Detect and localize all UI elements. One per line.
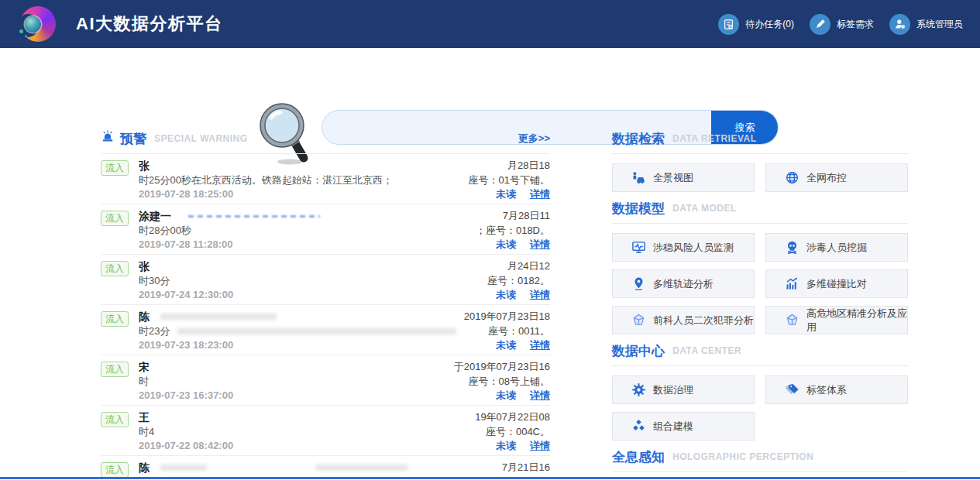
button-recidivism-analysis[interactable]: 前科人员二次犯罪分析 [612,306,755,334]
unread-link[interactable]: 未读 [496,389,516,402]
warning-seat: 座号：004C。 [480,426,550,438]
button-label: 前科人员二次犯罪分析 [653,314,754,327]
warning-text: 时25分00秒在北京西活动。铁路起始站：湛江至北京西； [139,174,393,187]
button-label: 标签体系 [806,383,847,397]
warning-item[interactable]: 流入 张 月24日12 时30分 座号：0182。 2019-07-24 12:… [101,255,550,305]
inflow-badge: 流入 [101,311,129,327]
warning-item[interactable]: 流入 张 月28日18 时25分00秒在北京西活动。铁路起始站：湛江至北京西； … [101,154,550,204]
nav-item-pending-tasks[interactable]: 待办任务(0) [718,14,794,35]
divider [612,223,908,224]
warning-text: 时 [139,375,149,388]
button-network-control[interactable]: 全网布控 [765,163,908,192]
inflow-badge: 流入 [101,211,129,226]
button-tag-system[interactable]: 标签体系 [765,375,908,404]
functions-panel: 数据检索 DATA RETRIEVAL 全景视图 [612,130,908,480]
warning-item[interactable]: 流入 涂建一 7月28日11 时28分00秒 ；座号：018D。 2019-07… [101,204,550,255]
section-subtitle: DATA RETRIEVAL [672,133,908,144]
top-nav: 待办任务(0) 标签需求 [718,14,963,35]
button-label: 涉稳风险人员监测 [653,241,734,255]
warning-text: 时30分 [139,275,170,287]
warning-item[interactable]: 流入 王 19年07月22日08 时4 座号：004C。 2019-07-22 … [101,406,550,456]
button-label: 高危地区精准分析及应用 [806,307,907,334]
divider [612,153,908,154]
warnings-panel: 预警 SPECIAL WARNING 更多>> 流入 张 月28日18 时25分… [101,130,550,480]
unread-link[interactable]: 未读 [496,238,516,251]
inflow-badge: 流入 [101,462,129,478]
inflow-badge: 流入 [101,261,129,276]
detail-link[interactable]: 详情 [530,238,550,251]
warning-item[interactable]: 流入 宋 于2019年07月23日16 时 座号：08号上铺。 2019-07-… [101,355,550,406]
detail-link[interactable]: 详情 [530,339,550,351]
detail-link[interactable]: 详情 [530,289,550,301]
inflow-badge: 流入 [101,412,129,427]
redacted-text [177,328,456,334]
warning-seat: 座号：0011。 [482,325,550,338]
warning-item[interactable]: 流入 陈 2019年07月23日18 时23分 座号：0011。 2019-07… [101,305,550,355]
tag-pen-icon [810,14,830,35]
unread-link[interactable]: 未读 [496,440,516,452]
warning-text: 时23分 [139,325,170,338]
button-multi-collision-compare[interactable]: 多维碰撞比对 [765,269,908,298]
unread-link[interactable]: 未读 [496,339,516,351]
warning-timestamp: 2019-07-23 16:37:00 [139,389,233,402]
warning-seat: 座号：01号下铺。 [462,174,550,187]
button-label: 多维轨迹分析 [653,277,714,291]
button-panorama-view[interactable]: 全景视图 [612,163,755,192]
button-label: 数据治理 [653,383,693,397]
warning-name: 宋 [139,360,150,374]
cubes-icon [631,419,646,434]
bottom-divider-line [0,477,980,479]
warning-seat: 座号：0182。 [481,275,550,287]
button-data-governance[interactable]: 数据治理 [612,375,755,404]
button-drug-person-mining[interactable]: 涉毒人员挖掘 [765,233,908,262]
warning-body: 张 月24日12 时30分 座号：0182。 2019-07-24 12:30:… [139,259,550,301]
nav-item-tag-request[interactable]: 标签需求 [810,14,874,35]
admin-user-icon [889,14,910,35]
button-high-risk-area-analysis[interactable]: 高危地区精准分析及应用 [765,306,908,334]
network-globe-icon [785,170,799,185]
more-link[interactable]: 更多>> [518,132,550,146]
section-title: 数据中心 [612,342,665,360]
map-pin-icon [631,276,646,291]
section-header: 数据中心 DATA CENTER [612,342,908,359]
redacted-text [160,314,277,320]
app-header: AI大数据分析平台 待办任务(0) 标签需求 [0,0,980,48]
panorama-view-icon [631,170,646,185]
warning-name: 王 [139,410,150,424]
detail-link[interactable]: 详情 [530,188,550,201]
unread-link[interactable]: 未读 [496,289,516,301]
section-data-retrieval: 数据检索 DATA RETRIEVAL 全景视图 [612,130,908,192]
detail-link[interactable]: 详情 [530,440,550,452]
redacted-text [160,465,207,471]
button-stability-risk-monitor[interactable]: 涉稳风险人员监测 [612,233,755,262]
unread-link[interactable]: 未读 [496,188,516,201]
nav-item-system-admin[interactable]: 系统管理员 [889,14,963,35]
gem-cube-icon [785,313,799,327]
bar-chart-icon [785,276,799,291]
warning-body: 涂建一 7月28日11 时28分00秒 ；座号：018D。 2019-07-28… [139,209,550,251]
section-holographic-perception: 全息感知 HOLOGRAPHIC PERCEPTION [612,448,908,480]
section-header: 数据模型 DATA MODEL [612,200,908,217]
warning-date-fragment: 月28日18 [501,159,550,173]
search-section: 搜索 [0,48,980,129]
button-combined-modeling[interactable]: 组合建模 [612,412,755,441]
section-header: 数据检索 DATA RETRIEVAL [612,130,908,147]
globe-icon [25,16,41,33]
warnings-header: 预警 SPECIAL WARNING 更多>> [101,130,550,147]
redacted-text [315,465,408,471]
warning-name: 陈 [139,310,150,324]
warning-timestamp: 2019-07-28 18:25:00 [139,188,233,201]
button-multi-track-analysis[interactable]: 多维轨迹分析 [612,269,755,298]
detail-link[interactable]: 详情 [530,389,550,402]
button-label: 组合建模 [653,420,693,434]
warning-date-fragment: 于2019年07月23日16 [448,360,550,374]
nav-label: 系统管理员 [916,18,963,31]
inflow-badge: 流入 [101,362,129,377]
warnings-list: 流入 张 月28日18 时25分00秒在北京西活动。铁路起始站：湛江至北京西； … [101,153,550,480]
page: AI大数据分析平台 待办任务(0) 标签需求 [0,0,980,480]
gem-cube-icon [631,313,646,327]
section-header: 全息感知 HOLOGRAPHIC PERCEPTION [612,448,908,465]
warning-date-fragment: 7月21日16 [496,461,550,475]
logo-dots [19,29,23,33]
section-title: 全息感知 [612,448,665,466]
